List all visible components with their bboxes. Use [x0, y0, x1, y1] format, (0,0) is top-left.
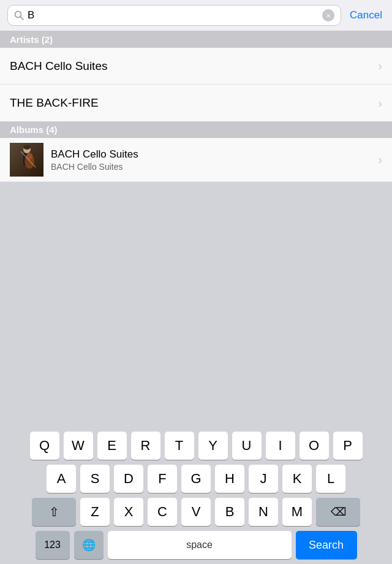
svg-line-1: [21, 17, 24, 20]
clear-button[interactable]: ×: [322, 9, 334, 21]
album-chevron: ›: [378, 153, 382, 167]
cancel-button[interactable]: Cancel: [347, 9, 385, 21]
key-j[interactable]: J: [249, 465, 278, 493]
keyboard-row-4: 123 🌐 space Search: [0, 531, 392, 559]
album-subtitle-1: BACH Cello Suites: [51, 162, 371, 172]
search-key[interactable]: Search: [296, 531, 357, 559]
key-w[interactable]: W: [64, 432, 93, 460]
key-h[interactable]: H: [215, 465, 244, 493]
artist-row-2[interactable]: THE BACK-FIRE ›: [0, 85, 392, 121]
shift-key[interactable]: ⇧: [32, 498, 76, 526]
search-input[interactable]: [28, 9, 318, 21]
key-p[interactable]: P: [333, 432, 363, 460]
chevron-icon: ›: [378, 59, 382, 73]
key-t[interactable]: T: [165, 432, 194, 460]
chevron-icon-2: ›: [378, 96, 382, 110]
album-thumbnail: [10, 143, 43, 177]
key-l[interactable]: L: [316, 465, 345, 493]
key-r[interactable]: R: [131, 432, 160, 460]
space-key[interactable]: space: [108, 531, 292, 559]
key-z[interactable]: Z: [80, 498, 110, 526]
album-art: [10, 143, 43, 177]
key-c[interactable]: C: [148, 498, 177, 526]
key-d[interactable]: D: [114, 465, 143, 493]
key-y[interactable]: Y: [198, 432, 228, 460]
delete-key[interactable]: ⌫: [316, 498, 360, 526]
key-g[interactable]: G: [181, 465, 211, 493]
albums-section-header: Albums (4): [0, 121, 392, 138]
keyboard-row-2: A S D F G H J K L: [0, 465, 392, 493]
svg-point-9: [23, 145, 31, 150]
key-a[interactable]: A: [47, 465, 76, 493]
key-x[interactable]: X: [114, 498, 143, 526]
key-k[interactable]: K: [282, 465, 312, 493]
globe-key[interactable]: 🌐: [74, 531, 104, 559]
key-u[interactable]: U: [232, 432, 262, 460]
numbers-key[interactable]: 123: [36, 531, 70, 559]
keyboard-row-1: Q W E R T Y U I O P: [0, 432, 392, 460]
key-q[interactable]: Q: [30, 432, 59, 460]
key-f[interactable]: F: [148, 465, 177, 493]
artist-name-1: BACH Cello Suites: [10, 59, 378, 73]
album-text: BACH Cello Suites BACH Cello Suites: [51, 148, 371, 172]
search-input-wrapper: ×: [7, 5, 341, 26]
keyboard: Q W E R T Y U I O P A S D F G H J K L ⇧ …: [0, 427, 392, 564]
album-title-1: BACH Cello Suites: [51, 148, 371, 161]
search-icon: [14, 10, 24, 20]
key-e[interactable]: E: [97, 432, 127, 460]
artist-name-2: THE BACK-FIRE: [10, 96, 378, 110]
artist-row-1[interactable]: BACH Cello Suites ›: [0, 48, 392, 85]
key-b[interactable]: B: [215, 498, 244, 526]
album-row-1[interactable]: BACH Cello Suites BACH Cello Suites ›: [0, 138, 392, 182]
key-o[interactable]: O: [300, 432, 329, 460]
key-s[interactable]: S: [80, 465, 110, 493]
key-i[interactable]: I: [266, 432, 295, 460]
artists-section-header: Artists (2): [0, 31, 392, 48]
key-v[interactable]: V: [181, 498, 211, 526]
search-bar: × Cancel: [0, 0, 392, 31]
key-n[interactable]: N: [249, 498, 278, 526]
keyboard-row-3: ⇧ Z X C V B N M ⌫: [0, 498, 392, 526]
key-m[interactable]: M: [282, 498, 312, 526]
